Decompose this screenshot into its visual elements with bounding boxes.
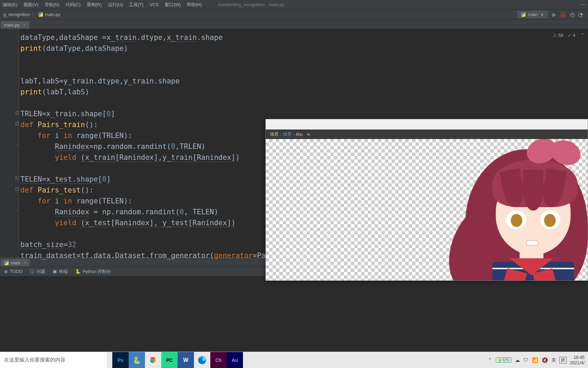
search-input[interactable]: 在这里输入你要搜索的内容	[0, 352, 108, 368]
taskbar-word[interactable]: W	[178, 352, 194, 368]
scene-editor-window[interactable]: 场景 : 场景 - Rin ≡	[265, 119, 588, 281]
fold-end-icon[interactable]: ⌃	[16, 144, 19, 147]
editor-tab-label: main.py	[4, 22, 20, 28]
coverage-icon[interactable]: ◴	[570, 11, 575, 18]
inspections-widget[interactable]: 58 4 ⌃	[553, 32, 585, 39]
menu-view[interactable]: 视图(V)	[23, 2, 38, 8]
gutter[interactable]: ⌃ ⌃	[0, 29, 19, 258]
menu-tools[interactable]: 工具(T)	[129, 2, 144, 8]
run-config-name: main	[528, 12, 538, 17]
info-icon: ⓘ	[30, 269, 34, 275]
chevron-right-icon: 〉	[32, 12, 36, 18]
menu-edit[interactable]: 编辑(E)	[3, 2, 17, 8]
taskbar-photoshop[interactable]: Ps	[112, 352, 129, 368]
warning-count[interactable]: 58	[553, 33, 563, 38]
editor-tab-bar: main.py ×	[0, 20, 588, 29]
menu-vcs[interactable]: VCS	[149, 2, 159, 7]
search-placeholder: 在这里输入你要搜索的内容	[4, 357, 65, 363]
window-title: handwriting_recognition - main.py	[218, 2, 284, 7]
profile-icon[interactable]: ◔	[578, 11, 583, 18]
terminal-label: 终端	[59, 269, 68, 275]
character-rin[interactable]	[452, 139, 588, 280]
python-icon	[521, 12, 525, 17]
menu-window[interactable]: 窗口(W)	[165, 2, 181, 8]
hamburger-icon[interactable]: ≡	[307, 132, 310, 137]
battery-indicator[interactable]: 🔋92%	[496, 357, 511, 363]
menu-navigate[interactable]: 导航(N)	[45, 2, 60, 8]
taskbar-edge[interactable]	[194, 352, 210, 368]
chevron-down-icon: ▼	[540, 13, 544, 17]
clock-date: 2021/4/	[570, 360, 585, 366]
scene-name: - Rin	[293, 132, 303, 137]
run-config-selector[interactable]: main ▼	[517, 11, 548, 18]
system-tray: ⌃ 🔋92% ☁ 🛡 📶 🔇 英 拼 16:45 2021/4/	[488, 355, 588, 365]
run-icon[interactable]: ▶	[552, 11, 556, 18]
chevron-up-icon[interactable]: ⌃	[580, 32, 585, 39]
ime-indicator-2[interactable]: 拼	[559, 357, 567, 364]
taskbar-chrome[interactable]	[145, 352, 161, 368]
scene-label: 场景 :	[270, 131, 281, 137]
minimize-icon[interactable]: ─	[581, 1, 585, 8]
debug-icon[interactable]: 🐞	[560, 11, 567, 18]
todo-label: TODO	[10, 269, 22, 274]
breadcrumb-file[interactable]: main.py	[45, 12, 61, 17]
menu-help[interactable]: 帮助(H)	[187, 2, 202, 8]
clock-time: 16:45	[570, 355, 585, 360]
problems-tool[interactable]: ⓘ 问题	[30, 269, 45, 275]
taskbar-python-idle[interactable]: 🐍	[129, 352, 145, 368]
taskbar-audition[interactable]: Au	[227, 352, 243, 368]
security-icon[interactable]: 🛡	[523, 357, 528, 363]
menu-refactor[interactable]: 重构(R)	[87, 2, 102, 8]
code-content[interactable]: dataType,dataShape =x_train.dtype,x_trai…	[20, 32, 279, 261]
volume-mute-icon[interactable]: 🔇	[542, 357, 548, 363]
breadcrumb[interactable]: g_recognition 〉 main.py	[3, 12, 61, 18]
breadcrumb-project[interactable]: g_recognition	[3, 12, 30, 17]
scene-canvas[interactable]	[266, 139, 588, 280]
python-file-icon	[38, 12, 43, 17]
typo-count[interactable]: 4	[568, 33, 575, 38]
fold-marker[interactable]	[16, 122, 19, 125]
fold-marker[interactable]	[16, 177, 19, 180]
nav-bar: g_recognition 〉 main.py main ▼ ▶ 🐞 ◴ ◔	[0, 10, 588, 20]
taskbar-character-animator[interactable]: Ch	[210, 352, 227, 368]
onedrive-icon[interactable]: ☁	[515, 357, 520, 363]
menu-bar: 编辑(E) 视图(V) 导航(N) 代码(C) 重构(R) 运行(U) 工具(T…	[0, 0, 588, 10]
wifi-icon[interactable]: 📶	[532, 357, 538, 363]
menu-run[interactable]: 运行(U)	[108, 2, 123, 8]
tray-chevron-up-icon[interactable]: ⌃	[488, 357, 492, 363]
python-icon	[4, 261, 9, 265]
python-icon: 🐍	[75, 269, 81, 274]
todo-tool[interactable]: ≣ TODO	[4, 269, 22, 274]
python-console-tool[interactable]: 🐍 Python 控制台	[75, 269, 111, 275]
fold-end-icon[interactable]: ⌃	[16, 209, 19, 213]
menu-code[interactable]: 代码(C)	[66, 2, 81, 8]
taskbar-pycharm[interactable]: PC	[161, 352, 178, 368]
fold-marker[interactable]	[16, 187, 19, 191]
terminal-icon: ▣	[53, 269, 57, 274]
ime-indicator-1[interactable]: 英	[552, 357, 556, 363]
overlay-titlebar[interactable]	[266, 119, 588, 129]
list-icon: ≣	[4, 269, 8, 274]
scene-link[interactable]: 场景	[283, 131, 292, 137]
clock[interactable]: 16:45 2021/4/	[570, 355, 585, 365]
terminal-tool[interactable]: ▣ 终端	[53, 269, 68, 275]
python-console-label: Python 控制台	[83, 269, 111, 275]
run-tab-label: main	[11, 260, 20, 265]
scene-bar: 场景 : 场景 - Rin ≡	[266, 129, 588, 139]
tab-main-py[interactable]: main.py ×	[1, 21, 29, 29]
close-icon[interactable]: ×	[23, 22, 26, 28]
windows-taskbar: 在这里输入你要搜索的内容 Ps 🐍 PC W Ch Au ⌃ 🔋92% ☁ 🛡 …	[0, 352, 588, 368]
fold-marker[interactable]	[16, 111, 19, 114]
problems-label: 问题	[36, 269, 45, 275]
